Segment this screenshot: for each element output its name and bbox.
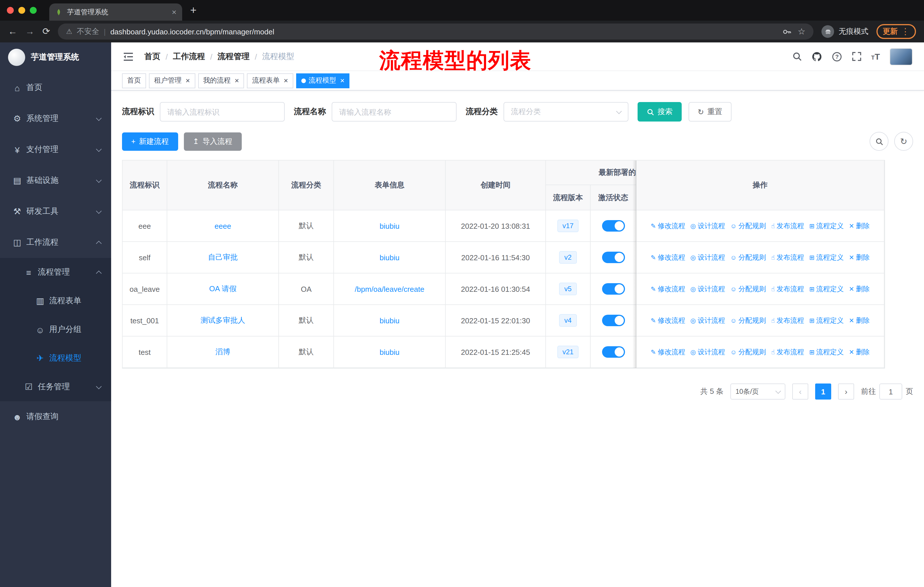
action-publish[interactable]: ☝发布流程 — [771, 221, 804, 231]
action-design[interactable]: ◎设计流程 — [690, 284, 725, 294]
tag-close-icon[interactable]: × — [284, 77, 288, 84]
fullscreen-icon[interactable] — [851, 51, 861, 61]
filter-key-input[interactable] — [160, 102, 285, 122]
action-publish[interactable]: ☝发布流程 — [771, 316, 804, 325]
form-link[interactable]: biubiu — [380, 222, 399, 230]
form-link[interactable]: biubiu — [380, 253, 399, 262]
action-definition[interactable]: ⊞流程定义 — [809, 347, 843, 357]
active-toggle[interactable] — [602, 315, 625, 326]
action-delete[interactable]: ✕删除 — [849, 347, 870, 357]
next-page-button[interactable]: › — [838, 384, 854, 400]
address-bar[interactable]: ⚠ 不安全 | dashboard.yudao.iocoder.cn/bpm/m… — [58, 23, 813, 40]
active-toggle[interactable] — [602, 220, 625, 231]
action-definition[interactable]: ⊞流程定义 — [809, 316, 843, 325]
new-tab-button[interactable]: + — [190, 4, 196, 17]
process-name-link[interactable]: 滔博 — [215, 347, 230, 357]
toggle-search-button[interactable] — [870, 132, 888, 151]
window-close-button[interactable] — [7, 7, 14, 14]
action-assign[interactable]: ☺分配规则 — [730, 347, 766, 357]
process-name-link[interactable]: 自己审批 — [208, 252, 238, 263]
action-definition[interactable]: ⊞流程定义 — [809, 221, 843, 231]
sidebar-item-process-management[interactable]: ≡流程管理 — [0, 258, 111, 287]
sidebar-item-devtools[interactable]: ⚒研发工具 — [0, 196, 111, 227]
font-size-icon[interactable]: TT — [871, 51, 880, 61]
active-toggle[interactable] — [602, 251, 625, 263]
sidebar-item-workflow[interactable]: ◫工作流程 — [0, 227, 111, 258]
tag-close-icon[interactable]: × — [234, 77, 239, 84]
process-name-link[interactable]: eeee — [214, 222, 231, 230]
sidebar-item-task-management[interactable]: ☑任务管理 — [0, 373, 111, 401]
window-minimize-button[interactable] — [18, 7, 25, 14]
sidebar-item-system[interactable]: ⚙系统管理 — [0, 103, 111, 134]
back-button[interactable]: ← — [8, 27, 17, 36]
breadcrumb-home[interactable]: 首页 — [144, 51, 160, 62]
action-publish[interactable]: ☝发布流程 — [771, 284, 804, 294]
filter-name-input[interactable] — [332, 102, 457, 122]
sidebar-item-process-model[interactable]: ✈流程模型 — [0, 344, 111, 373]
reset-button[interactable]: ↻ 重置 — [688, 102, 731, 122]
active-toggle[interactable] — [602, 283, 625, 294]
page-1-button[interactable]: 1 — [815, 384, 831, 400]
action-delete[interactable]: ✕删除 — [849, 253, 870, 262]
active-toggle[interactable] — [602, 346, 625, 358]
create-process-button[interactable]: + 新建流程 — [122, 132, 178, 150]
action-design[interactable]: ◎设计流程 — [690, 347, 725, 357]
action-definition[interactable]: ⊞流程定义 — [809, 253, 843, 262]
refresh-button[interactable]: ↻ — [894, 132, 913, 151]
tag-close-icon[interactable]: × — [186, 77, 190, 84]
action-design[interactable]: ◎设计流程 — [690, 253, 725, 262]
action-delete[interactable]: ✕删除 — [849, 316, 870, 325]
sidebar-logo[interactable]: 芋道管理系统 — [0, 42, 111, 72]
action-delete[interactable]: ✕删除 — [849, 284, 870, 294]
action-publish[interactable]: ☝发布流程 — [771, 253, 804, 262]
action-modify[interactable]: ✎修改流程 — [651, 284, 685, 294]
action-assign[interactable]: ☺分配规则 — [730, 316, 766, 325]
password-key-icon[interactable] — [782, 27, 791, 36]
goto-page-input[interactable] — [879, 384, 902, 400]
help-icon[interactable]: ? — [832, 51, 842, 62]
search-button[interactable]: 搜索 — [638, 102, 682, 122]
reload-button[interactable]: ⟳ — [42, 27, 50, 36]
breadcrumb-process-management[interactable]: 流程管理 — [218, 51, 250, 62]
sidebar-item-infrastructure[interactable]: ▤基础设施 — [0, 165, 111, 196]
sidebar-fold-icon[interactable] — [122, 51, 134, 62]
action-modify[interactable]: ✎修改流程 — [651, 253, 685, 262]
action-assign[interactable]: ☺分配规则 — [730, 253, 766, 262]
tag-4[interactable]: 流程模型× — [296, 73, 350, 88]
window-zoom-button[interactable] — [30, 7, 37, 14]
sidebar-item-payment[interactable]: ¥支付管理 — [0, 134, 111, 165]
browser-tab[interactable]: 芋道管理系统 × — [49, 3, 182, 21]
github-icon[interactable] — [812, 51, 822, 62]
sidebar-item-user-group[interactable]: ☺用户分组 — [0, 315, 111, 344]
form-link[interactable]: biubiu — [380, 316, 399, 325]
sidebar-item-process-form[interactable]: ▥流程表单 — [0, 287, 111, 315]
filter-category-select[interactable]: 流程分类 — [503, 102, 629, 122]
tag-2[interactable]: 我的流程× — [198, 73, 244, 88]
tag-3[interactable]: 流程表单× — [247, 73, 293, 88]
action-modify[interactable]: ✎修改流程 — [651, 221, 685, 231]
update-button[interactable]: 更新 ⋮ — [876, 24, 916, 39]
action-assign[interactable]: ☺分配规则 — [730, 221, 766, 231]
tag-close-icon[interactable]: × — [340, 77, 345, 84]
action-modify[interactable]: ✎修改流程 — [651, 316, 685, 325]
action-design[interactable]: ◎设计流程 — [690, 221, 725, 231]
sidebar-item-home[interactable]: ⌂首页 — [0, 72, 111, 103]
forward-button[interactable]: → — [25, 27, 35, 36]
user-avatar[interactable] — [889, 48, 912, 65]
action-definition[interactable]: ⊞流程定义 — [809, 284, 843, 294]
import-process-button[interactable]: ↥ 导入流程 — [183, 132, 241, 150]
action-delete[interactable]: ✕删除 — [849, 221, 870, 231]
search-icon[interactable] — [792, 51, 802, 61]
process-name-link[interactable]: OA 请假 — [209, 284, 236, 294]
action-publish[interactable]: ☝发布流程 — [771, 347, 804, 357]
action-design[interactable]: ◎设计流程 — [690, 316, 725, 325]
prev-page-button[interactable]: ‹ — [792, 384, 808, 400]
sidebar-item-leave-query[interactable]: ☻请假查询 — [0, 401, 111, 432]
process-name-link[interactable]: 测试多审批人 — [201, 315, 245, 326]
form-link[interactable]: biubiu — [380, 348, 399, 356]
tag-0[interactable]: 首页 — [122, 73, 146, 88]
tab-close-icon[interactable]: × — [172, 7, 177, 17]
action-modify[interactable]: ✎修改流程 — [651, 347, 685, 357]
breadcrumb-workflow[interactable]: 工作流程 — [173, 51, 205, 62]
page-size-select[interactable]: 10条/页 — [730, 384, 785, 400]
